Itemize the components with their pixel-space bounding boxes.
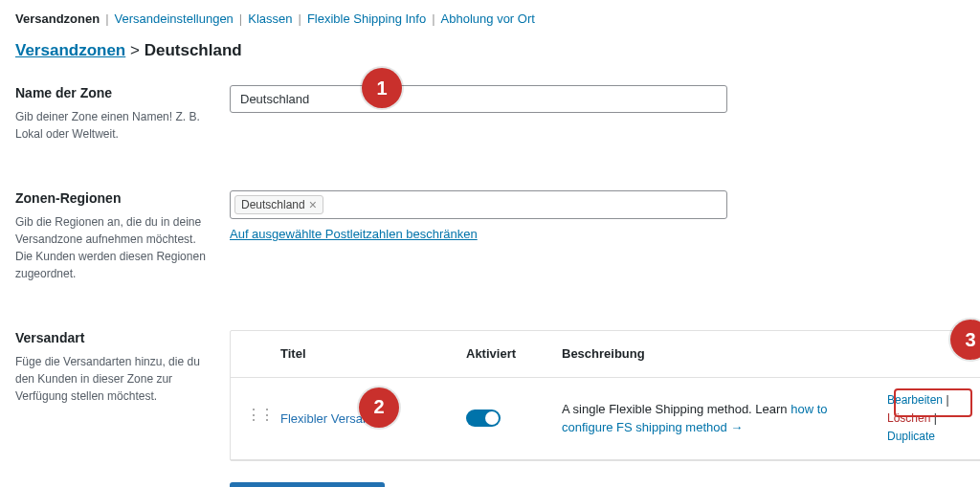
tab-zones[interactable]: Versandzonen	[15, 11, 100, 26]
sub-tabs: Versandzonen| Versandeinstellungen| Klas…	[15, 11, 965, 26]
shipping-method-row: Flexibler Versand A single Flexible Ship…	[231, 378, 980, 461]
breadcrumb-root[interactable]: Versandzonen	[15, 41, 125, 59]
col-desc-header: Beschreibung	[562, 344, 874, 364]
shipping-methods-label: Versandart	[15, 330, 207, 345]
duplicate-method-link[interactable]: Duplicate	[887, 430, 935, 443]
add-shipping-method-button[interactable]: Versandart hinzufügen	[230, 482, 385, 487]
method-enabled-toggle[interactable]	[466, 410, 501, 427]
remove-tag-icon[interactable]: ×	[309, 198, 317, 211]
tab-classes[interactable]: Klassen	[248, 11, 292, 26]
tab-fsinfo[interactable]: Flexible Shipping Info	[307, 11, 426, 26]
breadcrumb-sep: >	[130, 41, 140, 59]
col-enabled-header: Aktiviert	[466, 346, 548, 361]
zone-name-help: Gib deiner Zone einen Namen! Z. B. Lokal…	[15, 108, 207, 143]
edit-method-link[interactable]: Bearbeiten	[887, 393, 943, 407]
method-description: A single Flexible Shipping method. Learn…	[562, 400, 874, 437]
tab-settings[interactable]: Versandeinstellungen	[115, 11, 234, 26]
method-desc-text: A single Flexible Shipping method. Learn	[562, 402, 791, 416]
shipping-methods-table: Titel Aktiviert Beschreibung Flexibler V…	[230, 330, 980, 461]
breadcrumb-current: Deutschland	[145, 41, 242, 59]
tab-sep: |	[432, 11, 434, 26]
tab-sep: |	[105, 11, 108, 26]
zone-region-tag[interactable]: Deutschland ×	[234, 195, 323, 214]
zone-name-input[interactable]	[230, 85, 727, 113]
col-title-header: Titel	[280, 346, 453, 361]
drag-handle-icon[interactable]	[246, 409, 267, 429]
zone-regions-label: Zonen-Regionen	[15, 190, 207, 206]
limit-postcodes-link[interactable]: Auf ausgewählte Postleitzahlen beschränk…	[230, 227, 478, 241]
zone-name-label: Name der Zone	[15, 85, 207, 100]
zone-regions-help: Gib die Regionen an, die du in deine Ver…	[15, 213, 207, 282]
tab-sep: |	[239, 11, 242, 26]
breadcrumb: Versandzonen > Deutschland	[15, 41, 965, 60]
shipping-methods-help: Füge die Versandarten hinzu, die du den …	[15, 353, 207, 405]
step-marker-1: 1	[362, 68, 402, 108]
tab-sep: |	[299, 11, 301, 26]
step-marker-2: 2	[359, 387, 399, 428]
delete-method-link[interactable]: Löschen	[887, 411, 930, 425]
zone-region-tag-label: Deutschland	[241, 198, 305, 211]
zone-regions-input[interactable]: Deutschland ×	[230, 190, 727, 219]
tab-pickup[interactable]: Abholung vor Ort	[441, 11, 535, 26]
